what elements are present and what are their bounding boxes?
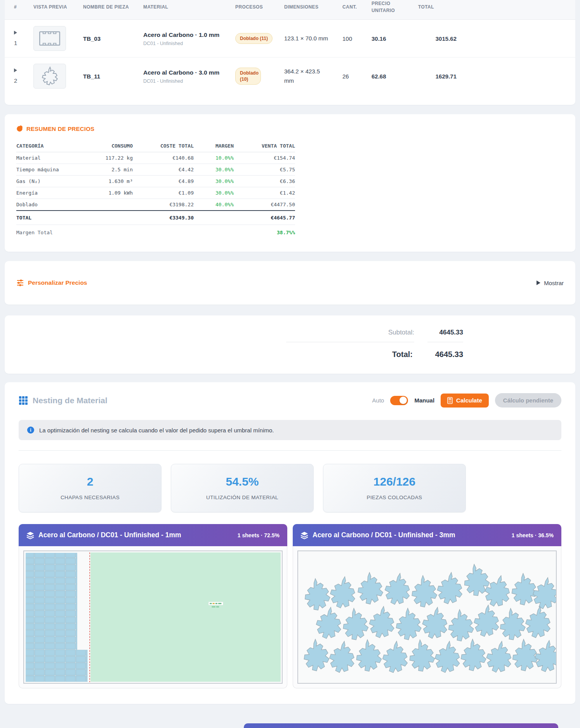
unit-price: 30.16 <box>368 20 414 57</box>
sum-category: Doblado <box>16 199 90 211</box>
next-panel-header-peek <box>244 723 558 728</box>
table-row: 1 TB_03 Acero al Carbono · <box>5 20 575 57</box>
sheet-title: Acero al Carbono / DC01 - Unfinished - 3… <box>313 531 455 539</box>
nesting-sheet-1mm[interactable] <box>23 550 283 684</box>
calculator-icon <box>447 397 453 404</box>
col-unit-price: PRECIO UNITARIO <box>368 0 414 20</box>
sheet-panel-header[interactable]: Acero al Carbono / DC01 - Unfinished - 3… <box>293 524 561 546</box>
stat-label: PIEZAS COLOCADAS <box>327 495 462 500</box>
col-preview: VISTA PREVIA <box>30 0 79 20</box>
nesting-title-group: Nesting de Material <box>19 396 108 405</box>
sum-sale: €6.36 <box>234 176 295 187</box>
sum-margin: 30.0%% <box>194 176 234 187</box>
part-quantity: 100 <box>339 20 368 57</box>
part-dimensions: 364.2 × 423.5 mm <box>284 67 330 85</box>
expand-caret-icon[interactable] <box>14 31 17 35</box>
total-label: Total: <box>392 350 413 359</box>
parts-table-header-row: # VISTA PREVIA NOMBRE DE PIEZA MATERIAL … <box>5 0 575 20</box>
summary-total-row: TOTAL €3349.30 €4645.77 <box>16 211 295 225</box>
pie-chart-icon <box>16 125 23 132</box>
col-name: NOMBRE DE PIEZA <box>79 0 139 20</box>
grid-icon <box>19 396 28 405</box>
subtotal-label: Subtotal: <box>388 329 414 336</box>
show-label: Mostrar <box>544 280 564 286</box>
material-name: Acero al Carbono · 1.0 mm <box>143 31 227 39</box>
sum-category: Gas (N₂) <box>16 176 90 187</box>
part-name: TB_11 <box>83 73 100 80</box>
material-subtitle: DC01 - Unfinished <box>143 78 227 84</box>
sheet-title-group: Acero al Carbono / DC01 - Unfinished - 3… <box>300 531 455 539</box>
stat-value: 2 <box>23 475 157 488</box>
layers-icon <box>300 531 308 539</box>
part-preview-thumbnail[interactable] <box>33 26 66 51</box>
sum-total-cost: €3349.30 <box>133 211 194 225</box>
toggle-auto-label: Auto <box>372 397 384 404</box>
sum-total-label: TOTAL <box>16 211 90 225</box>
totals-card: Subtotal: 4645.33 Total: 4645.33 <box>5 315 575 374</box>
price-summary-header: RESUMEN DE PRECIOS <box>16 125 564 132</box>
sum-category: Material <box>16 152 90 164</box>
subtotal-row: Subtotal: 4645.33 <box>16 329 463 336</box>
sheet-meta: 1 sheets · 72.5% <box>238 532 280 538</box>
sum-sale: €4477.50 <box>234 199 295 211</box>
sum-cost: €4.89 <box>133 176 194 187</box>
stat-value: 54.5% <box>175 475 309 488</box>
summary-row: Doblado €3198.22 40.0%% €4477.50 <box>16 199 295 211</box>
nesting-header: Nesting de Material Auto Manual Calculat… <box>19 393 561 408</box>
auto-manual-toggle[interactable] <box>390 396 408 405</box>
parts-table-card: # VISTA PREVIA NOMBRE DE PIEZA MATERIAL … <box>5 0 575 105</box>
col-total: TOTAL <box>414 0 460 20</box>
part-preview-thumbnail[interactable] <box>33 64 66 89</box>
nesting-controls: Auto Manual Calculate Cálculo pendiente <box>372 393 561 408</box>
row-index: 1 <box>14 40 17 46</box>
info-icon: i <box>27 427 34 434</box>
summary-row: Material 117.22 kg €140.68 10.0%% €154.7… <box>16 152 295 164</box>
calculate-label: Calculate <box>456 397 482 404</box>
summary-row: Gas (N₂) 1.630 m³ €4.89 30.0%% €6.36 <box>16 176 295 187</box>
price-summary-card: RESUMEN DE PRECIOS CATEGORÍA CONSUMO COS… <box>5 114 575 252</box>
sum-sale: €5.75 <box>234 164 295 176</box>
price-summary-table: CATEGORÍA CONSUMO COSTE TOTAL MARGEN VEN… <box>16 140 295 240</box>
material-name: Acero al Carbono · 3.0 mm <box>143 68 227 77</box>
layers-icon <box>26 531 34 539</box>
customize-prices-card: Personalizar Precios Mostrar <box>5 261 575 305</box>
part-dimensions: 123.1 × 70.0 mm <box>284 34 330 43</box>
show-button[interactable]: Mostrar <box>537 280 564 286</box>
part-quantity: 26 <box>339 57 368 95</box>
total-value: 4645.33 <box>426 350 463 359</box>
col-dimensions: DIMENSIONES <box>280 0 339 20</box>
sum-col-category: CATEGORÍA <box>16 140 90 152</box>
status-badge: Cálculo pendiente <box>495 393 561 408</box>
sum-consumption: 117.22 kg <box>90 152 133 164</box>
nesting-stats: 2 CHAPAS NECESARIAS 54.5% UTILIZACIÓN DE… <box>19 464 561 512</box>
quote-page: # VISTA PREVIA NOMBRE DE PIEZA MATERIAL … <box>0 0 580 728</box>
row-total: 3015.62 <box>414 20 460 57</box>
sum-cost: €1.09 <box>133 187 194 199</box>
nesting-sheet-3mm[interactable] <box>297 550 557 684</box>
expand-caret-icon[interactable] <box>14 68 17 72</box>
process-badge[interactable]: Doblado (11) <box>235 33 273 44</box>
customize-prices-button[interactable]: Personalizar Precios <box>16 279 87 287</box>
stat-value: 126/126 <box>327 475 462 488</box>
row-total: 1629.71 <box>414 57 460 95</box>
col-index: # <box>5 0 30 20</box>
col-spacer <box>460 0 575 20</box>
nesting-divider <box>19 450 561 451</box>
nesting-info-bar: i La optimización del nesting se calcula… <box>19 420 561 440</box>
col-processes: PROCESOS <box>231 0 280 20</box>
calculate-button[interactable]: Calculate <box>441 394 489 408</box>
col-qty: CANT. <box>339 0 368 20</box>
sheet-panel-1mm: Acero al Carbono / DC01 - Unfinished - 1… <box>19 524 287 688</box>
sum-col-cost: COSTE TOTAL <box>133 140 194 152</box>
nesting-panels: Acero al Carbono / DC01 - Unfinished - 1… <box>19 524 561 688</box>
nesting-layout-1mm <box>24 551 282 683</box>
sum-total-sale: €4645.77 <box>234 211 295 225</box>
sum-margin: 10.0%% <box>194 152 234 164</box>
sheet-panel-header[interactable]: Acero al Carbono / DC01 - Unfinished - 1… <box>19 524 287 546</box>
process-badge[interactable]: Doblado (10) <box>235 68 261 85</box>
nesting-info-text: La optimización del nesting se calcula c… <box>39 427 274 434</box>
sum-sale: €154.74 <box>234 152 295 164</box>
sum-cost: €3198.22 <box>133 199 194 211</box>
sum-consumption: 1.630 m³ <box>90 176 133 187</box>
subtotal-value: 4645.33 <box>427 329 463 336</box>
